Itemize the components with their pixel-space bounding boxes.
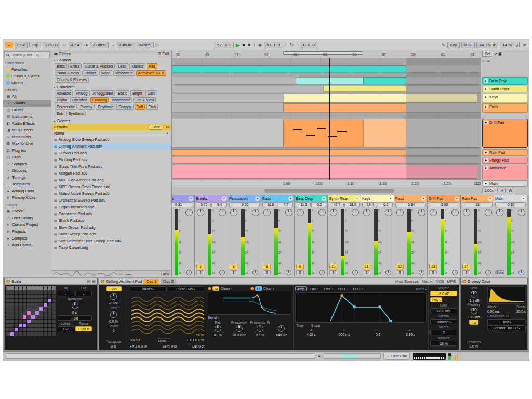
- filter-tag-percussive[interactable]: Percussive: [55, 104, 77, 110]
- scale-cell[interactable]: [39, 299, 43, 302]
- sidebar-item-analog-pads[interactable]: ▸Analog Pads: [3, 188, 51, 194]
- filter-tag-inharmonic[interactable]: Inharmonic: [110, 97, 132, 103]
- scale-cell[interactable]: [44, 328, 47, 331]
- solo-button[interactable]: S: [296, 270, 304, 275]
- scale-cell[interactable]: [23, 311, 26, 315]
- track-activator[interactable]: 9: [296, 264, 304, 269]
- scale-cell[interactable]: [23, 303, 26, 307]
- filter-tag-bright[interactable]: Bright: [130, 90, 144, 96]
- scale-cell[interactable]: [10, 315, 14, 319]
- scale-cell[interactable]: [19, 332, 22, 336]
- scale-cell[interactable]: [27, 332, 31, 336]
- filter-tag-lofi-vinyl[interactable]: Lofi & Vinyl: [133, 97, 156, 103]
- pan-knob[interactable]: [396, 209, 404, 216]
- pan-knob[interactable]: [230, 209, 237, 216]
- secondary-knob[interactable]: [452, 270, 458, 275]
- secondary-knob[interactable]: [419, 270, 424, 275]
- scale-cell[interactable]: [19, 307, 22, 311]
- scale-cell[interactable]: [15, 332, 18, 336]
- send-knob[interactable]: [219, 209, 226, 216]
- scale-cell[interactable]: [44, 332, 47, 336]
- scale-cell[interactable]: [27, 286, 31, 290]
- secondary-knob[interactable]: [319, 270, 325, 275]
- selected-clip-chip[interactable]: ▲ Drift Pad: [383, 353, 410, 360]
- scale-cell[interactable]: [39, 307, 43, 311]
- send-knob[interactable]: [471, 291, 477, 298]
- track-header-synth-riser[interactable]: ▶Synth Riser: [482, 86, 528, 92]
- h-button[interactable]: H: [499, 188, 506, 193]
- time-signature-field[interactable]: 4 / 4: [69, 42, 82, 48]
- chevron-down-icon[interactable]: ▾: [255, 196, 260, 201]
- scale-cell[interactable]: [10, 295, 14, 298]
- result-row[interactable]: ▤Drifting Ambient Pad.adv: [51, 143, 171, 150]
- detune-value[interactable]: Det 0 ct: [192, 344, 204, 348]
- scale-cell[interactable]: [27, 311, 31, 315]
- track-play-icon[interactable]: ▶: [484, 104, 488, 109]
- fx1-value[interactable]: FX 1 0.0 %: [187, 338, 204, 343]
- pan-knob[interactable]: [197, 209, 204, 216]
- scrollbar-thumb[interactable]: [264, 189, 394, 193]
- secondary-knob[interactable]: [485, 270, 491, 275]
- result-row[interactable]: ▤MPE Con Amore Pad.adg: [51, 177, 171, 183]
- filter-tag-guitar-plucked[interactable]: Guitar & Plucked: [83, 63, 115, 69]
- scale-cell[interactable]: [23, 290, 26, 294]
- track-play-icon[interactable]: ▶: [484, 181, 488, 186]
- scale-cell[interactable]: [35, 303, 39, 307]
- midi-map-button[interactable]: MIDI: [461, 42, 475, 48]
- scale-cell[interactable]: [15, 286, 18, 290]
- w-button[interactable]: W: [507, 188, 514, 193]
- scale-cell[interactable]: [31, 328, 35, 331]
- filter-tag-sub[interactable]: Sub: [55, 111, 65, 116]
- ir-file-menu[interactable]: Berliner Hall LR: [487, 325, 526, 330]
- range-value[interactable]: +128 st: [75, 326, 92, 331]
- peak-value[interactable]: -7.7: [278, 202, 293, 207]
- track-header-pads[interactable]: ▶Pads: [482, 103, 528, 113]
- time-ruler[interactable]: 1/2 1:001:051:101:151:201:251:30: [172, 180, 481, 187]
- scale-cell[interactable]: [31, 315, 35, 319]
- sidebar-item-add-folder[interactable]: +Add Folder...: [3, 242, 51, 248]
- wavetable-menu[interactable]: Pulse Dual: [168, 286, 205, 291]
- quantize-menu[interactable]: 2 Bars: [90, 42, 109, 48]
- scale-cell[interactable]: [31, 324, 35, 327]
- volume-value[interactable]: -9.26: [229, 202, 260, 207]
- scale-cell[interactable]: [52, 290, 56, 294]
- results-name-column[interactable]: Name ▲: [51, 130, 171, 136]
- track-play-icon[interactable]: ▶: [484, 120, 488, 125]
- scale-cell[interactable]: [48, 332, 51, 336]
- result-row[interactable]: ▤Soft Shimmer Filter Sweep Pad.adv: [51, 237, 171, 244]
- filter-curve-display[interactable]: [208, 292, 291, 315]
- fx2-value[interactable]: FX 2 0.0 %: [130, 344, 147, 348]
- sidebar-item-templates[interactable]: ▱Templates: [3, 181, 51, 188]
- scale-cell[interactable]: [44, 286, 47, 290]
- scale-cell[interactable]: [48, 311, 51, 315]
- result-row[interactable]: ▤Fizzling Pad.adv: [51, 156, 171, 163]
- filter-group-character[interactable]: ▾Character: [51, 84, 171, 90]
- scale-cell[interactable]: [15, 307, 18, 311]
- mixer-track-title[interactable]: Drums▾: [172, 195, 194, 202]
- scale-cell[interactable]: [35, 320, 39, 323]
- send-knob[interactable]: [318, 209, 326, 216]
- peak-value[interactable]: -0.2: [311, 202, 326, 207]
- send-knob[interactable]: [518, 209, 525, 216]
- scale-cell[interactable]: [48, 324, 51, 327]
- sort-ascending-icon[interactable]: ▲: [166, 131, 169, 135]
- solo-button[interactable]: S: [396, 270, 404, 275]
- filter-tag-rhythmic[interactable]: Rhythmic: [96, 104, 115, 110]
- track-header-rain-pad[interactable]: ▶Rain Pad: [482, 149, 528, 156]
- attack-value[interactable]: 4.62 s: [295, 332, 327, 336]
- voices-value[interactable]: 3: [430, 330, 457, 335]
- chevron-down-icon[interactable]: ▾: [355, 196, 360, 201]
- scale-cell[interactable]: [27, 320, 31, 323]
- peak-value[interactable]: -18.0: [344, 202, 360, 207]
- scale-cell[interactable]: [44, 320, 47, 323]
- volume-value[interactable]: -19.4: [362, 202, 377, 207]
- mixer-track-title[interactable]: Bass▾: [261, 195, 294, 202]
- filter2-type-menu[interactable]: Clean: [263, 287, 274, 290]
- scale-cell[interactable]: [23, 295, 26, 298]
- solo-button[interactable]: S: [329, 270, 337, 275]
- clip-lanes[interactable]: [172, 58, 481, 180]
- volume-value[interactable]: -9.31: [172, 202, 193, 207]
- scale-cell[interactable]: [23, 332, 26, 336]
- scale-cell[interactable]: [27, 307, 31, 311]
- scale-cell[interactable]: [6, 320, 10, 323]
